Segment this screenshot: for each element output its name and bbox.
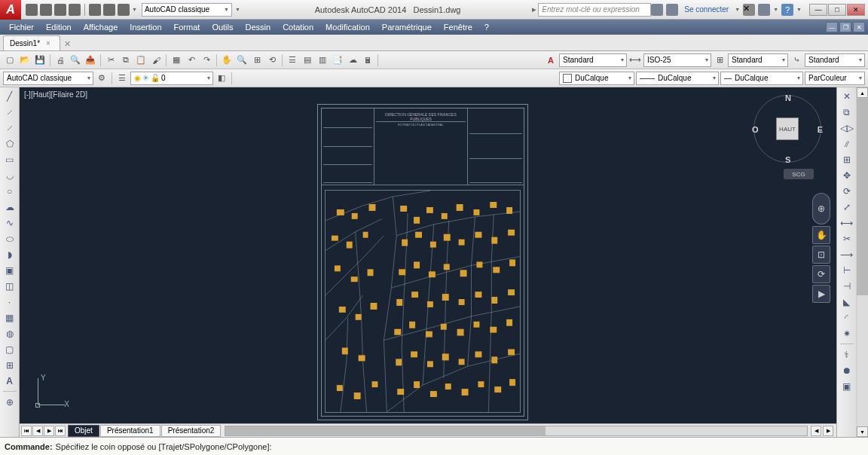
redo-icon[interactable] bbox=[118, 4, 130, 16]
file-tab-active[interactable]: Dessin1* × bbox=[3, 35, 60, 50]
mleaderstyle-icon[interactable]: ⤷ bbox=[790, 53, 803, 67]
menu-dessin[interactable]: Dessin bbox=[240, 23, 277, 32]
menu-affichage[interactable]: Affichage bbox=[78, 23, 124, 32]
tablestyle-icon[interactable]: ⊞ bbox=[713, 53, 726, 67]
tablestyle-dropdown[interactable]: Standard bbox=[728, 53, 788, 67]
spline-icon[interactable]: ∿ bbox=[2, 215, 17, 231]
h-scrollbar[interactable] bbox=[225, 426, 808, 436]
saveas-icon[interactable] bbox=[69, 4, 81, 16]
mdi-restore-button[interactable]: ❐ bbox=[839, 22, 851, 32]
explode-icon[interactable]: ✷ bbox=[839, 326, 854, 341]
ucs-icon[interactable]: Y X bbox=[33, 375, 68, 410]
quickcalc-icon[interactable]: 🖩 bbox=[361, 53, 374, 67]
compass-s[interactable]: S bbox=[785, 155, 790, 164]
viewcube[interactable]: N S O E HAUT bbox=[753, 95, 821, 163]
qat-more-icon[interactable]: ▼ bbox=[235, 7, 240, 12]
erase-icon[interactable]: ✕ bbox=[839, 89, 854, 104]
menu-outils[interactable]: Outils bbox=[206, 23, 239, 32]
constructionline-icon[interactable]: ⟋ bbox=[2, 105, 17, 120]
undo-icon[interactable] bbox=[103, 4, 115, 16]
menu-cotation[interactable]: Cotation bbox=[277, 23, 319, 32]
layeriso-icon[interactable]: ◧ bbox=[215, 72, 228, 85]
layout1-tab[interactable]: Présentation1 bbox=[100, 425, 160, 437]
textstyle-dropdown[interactable]: Standard bbox=[559, 53, 627, 67]
properties-icon[interactable]: ☰ bbox=[286, 53, 299, 67]
array-icon[interactable]: ⊞ bbox=[839, 152, 854, 167]
point-icon[interactable]: · bbox=[2, 295, 17, 310]
workspace-dd2[interactable]: AutoCAD classique bbox=[3, 72, 93, 85]
stayconnected-icon[interactable] bbox=[758, 4, 770, 16]
print-icon[interactable]: 🖨 bbox=[53, 53, 67, 67]
drawing-recovery-icon[interactable]: ⚕ bbox=[839, 347, 854, 362]
sheetset-icon[interactable]: 📑 bbox=[331, 53, 344, 67]
publish-icon[interactable]: 📤 bbox=[84, 53, 97, 67]
polygon-icon[interactable]: ⬠ bbox=[2, 136, 17, 151]
orbit-icon[interactable]: ⟳ bbox=[812, 265, 830, 283]
scroll-right-icon[interactable]: ▶ bbox=[823, 426, 833, 436]
save-icon[interactable]: 💾 bbox=[33, 53, 47, 67]
plotstyle-dropdown[interactable]: ParCouleur bbox=[805, 72, 865, 85]
ellipse-icon[interactable]: ⬭ bbox=[2, 231, 17, 246]
scroll-left-icon[interactable]: ◀ bbox=[811, 426, 821, 436]
join-icon[interactable]: ⊣ bbox=[839, 279, 854, 294]
app-logo[interactable]: A bbox=[0, 0, 21, 20]
steering-wheel-icon[interactable]: ⊕ bbox=[812, 193, 830, 224]
table-icon[interactable]: ⊞ bbox=[2, 358, 17, 373]
chamfer-icon[interactable]: ◣ bbox=[839, 295, 854, 310]
zoom-prev-icon[interactable]: ⟲ bbox=[265, 53, 279, 67]
help-icon[interactable]: ? bbox=[781, 4, 793, 16]
mleaderstyle-dropdown[interactable]: Standard bbox=[805, 53, 865, 67]
arc-icon[interactable]: ◡ bbox=[2, 168, 17, 183]
tab-close-icon[interactable]: × bbox=[46, 39, 50, 47]
gradient-icon[interactable]: ◍ bbox=[2, 326, 17, 341]
addselected-icon[interactable]: ⊕ bbox=[2, 395, 17, 410]
compass-o[interactable]: O bbox=[752, 125, 759, 134]
help-search-input[interactable]: Entrez mot-clé ou expression bbox=[538, 3, 651, 17]
dimstyle-dropdown[interactable]: ISO-25 bbox=[643, 53, 711, 67]
menu-insertion[interactable]: Insertion bbox=[124, 23, 167, 32]
move-icon[interactable]: ✥ bbox=[839, 168, 854, 183]
scrollbar-thumb[interactable] bbox=[225, 426, 545, 435]
offset-icon[interactable]: ⫽ bbox=[839, 136, 854, 151]
qat-dropdown-icon[interactable]: ▼ bbox=[132, 7, 137, 12]
revcloud-icon[interactable]: ☁ bbox=[2, 200, 17, 215]
layout-prev-icon[interactable]: ◀ bbox=[32, 426, 43, 436]
line-icon[interactable]: ╱ bbox=[2, 89, 17, 104]
action-recorder-icon[interactable]: ⏺ bbox=[839, 363, 854, 378]
menu-fenetre[interactable]: Fenêtre bbox=[438, 23, 478, 32]
scroll-up-icon[interactable]: ▲ bbox=[857, 87, 868, 98]
model-tab[interactable]: Objet bbox=[68, 425, 99, 437]
chevron-down-icon[interactable]: ▼ bbox=[773, 7, 778, 12]
pan-icon[interactable]: ✋ bbox=[220, 53, 234, 67]
menu-format[interactable]: Format bbox=[168, 23, 206, 32]
scroll-down-icon[interactable]: ▼ bbox=[857, 426, 868, 437]
linetype-dropdown[interactable]: ——DuCalque bbox=[636, 72, 719, 85]
color-dropdown[interactable]: DuCalque bbox=[559, 72, 634, 85]
v-scrollbar[interactable]: ▲ ▼ bbox=[856, 87, 868, 437]
cut-icon[interactable]: ✂ bbox=[104, 53, 118, 67]
infocenter-icon[interactable] bbox=[651, 4, 663, 16]
matchprop-icon[interactable]: 🖌 bbox=[149, 53, 163, 67]
menu-help[interactable]: ? bbox=[478, 23, 495, 32]
mirror-icon[interactable]: ◁▷ bbox=[839, 121, 854, 136]
v-scroll-thumb[interactable] bbox=[857, 98, 868, 295]
v-scroll-track[interactable] bbox=[857, 98, 868, 426]
hatch-icon[interactable]: ▦ bbox=[2, 310, 17, 325]
preview-icon[interactable]: 🔍 bbox=[69, 53, 82, 67]
minimize-button[interactable]: ― bbox=[809, 4, 827, 16]
new-tab-button[interactable]: ✕ bbox=[60, 37, 75, 50]
lineweight-dropdown[interactable]: —DuCalque bbox=[720, 72, 803, 85]
region-icon[interactable]: ▢ bbox=[2, 342, 17, 357]
menu-edition[interactable]: Edition bbox=[40, 23, 78, 32]
layout-next-icon[interactable]: ▶ bbox=[44, 426, 54, 436]
trim-icon[interactable]: ✂ bbox=[839, 231, 854, 246]
signin-icon[interactable] bbox=[666, 4, 678, 16]
chevron-down-icon[interactable]: ▼ bbox=[796, 7, 802, 12]
workspace-gear-icon[interactable]: ⚙ bbox=[95, 72, 108, 85]
makeblock-icon[interactable]: ◫ bbox=[2, 279, 17, 294]
chevron-down-icon[interactable]: ▼ bbox=[735, 7, 740, 12]
workspace-dropdown[interactable]: AutoCAD classique ▼ bbox=[142, 3, 232, 17]
layer-dropdown[interactable]: ◉ ☀ 🔓 0 bbox=[130, 72, 213, 85]
break-icon[interactable]: ⊢ bbox=[839, 263, 854, 278]
mdi-close-button[interactable]: ✕ bbox=[853, 22, 865, 32]
